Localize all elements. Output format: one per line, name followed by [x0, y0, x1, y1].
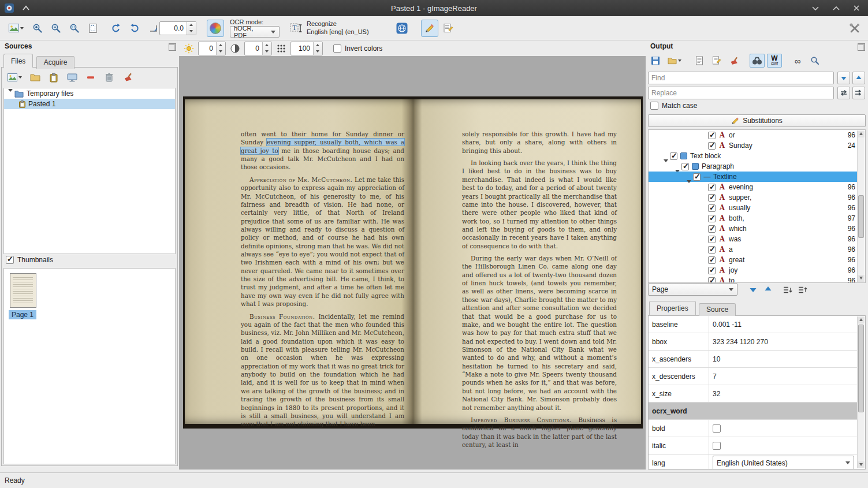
- find-next-button[interactable]: [837, 72, 850, 84]
- scroll-up-button[interactable]: [858, 131, 865, 137]
- open-output-button[interactable]: [665, 54, 684, 68]
- lang-select[interactable]: English (United States): [713, 456, 854, 470]
- replace-button[interactable]: [837, 87, 850, 99]
- brightness-spinbox[interactable]: 0: [198, 42, 226, 55]
- contrast-spinbox[interactable]: 0: [244, 42, 272, 55]
- maximize-button[interactable]: [832, 5, 840, 11]
- word-checkbox[interactable]: [708, 267, 716, 274]
- ocr-word-row[interactable]: ASunday24: [649, 140, 858, 151]
- property-value[interactable]: 10: [709, 355, 858, 363]
- ocr-word-row[interactable]: Awhich96: [649, 223, 858, 234]
- tree-item-pasted-1[interactable]: Pasted 1: [4, 99, 175, 109]
- page-thumbnail[interactable]: [10, 273, 36, 308]
- minimize-button[interactable]: [811, 5, 819, 11]
- rotate-left-button[interactable]: [107, 20, 125, 37]
- settings-button[interactable]: [846, 20, 863, 37]
- ocr-word-row[interactable]: Ajoy96: [649, 265, 858, 275]
- word-checkbox[interactable]: [708, 142, 716, 150]
- match-case-checkbox[interactable]: [650, 102, 658, 110]
- find-prev-button[interactable]: [852, 72, 865, 84]
- tab-files[interactable]: Files: [3, 54, 33, 68]
- menubar-toggle-icon[interactable]: [22, 5, 30, 11]
- property-value[interactable]: 7: [709, 372, 858, 381]
- zoom-fit-button[interactable]: [84, 20, 102, 37]
- ocr-word-row[interactable]: Aa96: [649, 244, 858, 255]
- properties-scrollbar[interactable]: [857, 316, 865, 468]
- word-checkbox[interactable]: [708, 194, 716, 202]
- word-checkbox[interactable]: [708, 204, 716, 212]
- word-checkbox[interactable]: [708, 236, 716, 243]
- ocr-result-tree[interactable]: Aor96ASunday24Text blockParagraph—Textli…: [648, 129, 866, 283]
- ocr-word-row[interactable]: Awas96: [649, 234, 858, 244]
- collapse-all-button[interactable]: [796, 283, 810, 297]
- word-checkbox[interactable]: [708, 277, 716, 284]
- ocr-word-row[interactable]: Asupper,96: [649, 192, 858, 203]
- ocr-word-row[interactable]: Aboth,97: [649, 213, 858, 223]
- word-checkbox[interactable]: [708, 132, 716, 139]
- replace-input[interactable]: [648, 87, 834, 99]
- word-checkbox[interactable]: [708, 225, 716, 233]
- tree-scrollbar[interactable]: [857, 131, 865, 282]
- scroll-up-button[interactable]: [858, 316, 865, 323]
- thumbnails-checkbox[interactable]: [6, 256, 14, 264]
- scroll-down-button[interactable]: [858, 461, 865, 468]
- tab-properties[interactable]: Properties: [649, 301, 696, 315]
- ocr-mode-select[interactable]: hOCR, PDF: [230, 26, 280, 38]
- invert-colors-toggle[interactable]: Invert colors: [333, 44, 382, 53]
- tree-item-temporary-files[interactable]: Temporary files: [4, 88, 175, 99]
- scroll-thumb[interactable]: [858, 195, 864, 238]
- save-output-button[interactable]: [648, 54, 663, 68]
- scroll-thumb[interactable]: [858, 325, 864, 412]
- tree-node-textline[interactable]: —Textline: [649, 172, 858, 182]
- node-checkbox[interactable]: [681, 163, 689, 170]
- export-button[interactable]: [692, 54, 707, 68]
- undock-icon[interactable]: [858, 43, 865, 51]
- navigate-previous-button[interactable]: [761, 282, 775, 296]
- rotation-spinbox[interactable]: 0.0: [159, 21, 196, 35]
- property-value[interactable]: 0.001 -11: [709, 321, 858, 329]
- image-canvas[interactable]: often went to their home for Sunday dinn…: [179, 56, 646, 470]
- node-checkbox[interactable]: [670, 152, 677, 160]
- ocr-word-row[interactable]: Aor96: [649, 130, 858, 140]
- add-images-button[interactable]: [5, 20, 28, 37]
- invert-colors-checkbox[interactable]: [333, 44, 341, 53]
- zoom-out-button[interactable]: [47, 20, 65, 37]
- spin-arrows[interactable]: [216, 42, 225, 55]
- find-input[interactable]: [648, 72, 834, 84]
- expand-all-button[interactable]: [781, 283, 795, 297]
- highlight-pen-button[interactable]: [421, 20, 438, 37]
- recognize-button[interactable]: T Recognize English [eng] (en_US): [285, 19, 374, 38]
- match-case-toggle[interactable]: Match case: [650, 102, 697, 110]
- delete-source-button[interactable]: [102, 70, 117, 84]
- thumbnail-list[interactable]: Page 1: [3, 268, 176, 464]
- tab-source[interactable]: Source: [699, 303, 736, 316]
- ocr-word-row[interactable]: Aevening96: [649, 182, 858, 192]
- node-checkbox[interactable]: [693, 173, 701, 181]
- paste-button[interactable]: [46, 70, 61, 84]
- postprocess-button[interactable]: [709, 54, 724, 68]
- thumbnails-toggle[interactable]: Thumbnails: [6, 256, 53, 264]
- find-replace-toggle-button[interactable]: [750, 54, 765, 68]
- spin-arrows[interactable]: [313, 42, 322, 55]
- language-button[interactable]: [393, 20, 411, 37]
- page-level-select[interactable]: Page: [648, 283, 737, 296]
- tree-node-text-block[interactable]: Text block: [649, 151, 858, 161]
- property-checkbox[interactable]: [713, 424, 721, 433]
- property-value[interactable]: 323 234 1120 270: [709, 338, 858, 346]
- property-value[interactable]: 32: [709, 390, 858, 398]
- close-button[interactable]: [853, 5, 860, 12]
- navigate-next-button[interactable]: [746, 282, 760, 296]
- word-checkbox[interactable]: [708, 246, 716, 254]
- clear-sources-button[interactable]: [120, 70, 135, 84]
- clear-output-button[interactable]: [727, 54, 742, 68]
- file-tree[interactable]: Temporary files Pasted 1: [3, 88, 176, 254]
- word-checkbox[interactable]: [708, 184, 716, 191]
- ocr-word-row[interactable]: Agreat96: [649, 255, 858, 265]
- word-checkbox[interactable]: [708, 256, 716, 264]
- remove-source-button[interactable]: [83, 70, 98, 84]
- search-document-button[interactable]: [807, 54, 822, 68]
- substitutions-button[interactable]: Substitutions: [648, 114, 866, 127]
- ocr-word-row[interactable]: Ausually96: [649, 203, 858, 213]
- replace-all-button[interactable]: [852, 87, 865, 99]
- image-controls-button[interactable]: [207, 20, 224, 37]
